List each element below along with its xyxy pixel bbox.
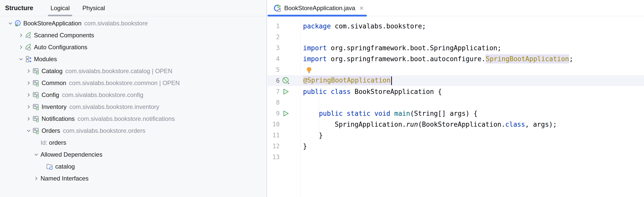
gutter-empty (282, 153, 294, 161)
chevron-right-icon[interactable] (17, 43, 25, 51)
tree-item-common[interactable]: Commoncom.sivalabs.bookstore.common | OP… (0, 77, 267, 89)
code-text[interactable]: public class BookStoreApplication { (303, 88, 442, 95)
code-line-10[interactable]: 10 SpringApplication.run(BookStoreApplic… (268, 119, 644, 130)
code-text[interactable]: } (303, 142, 307, 150)
tree-item-scanned-components[interactable]: Scanned Components (0, 29, 267, 41)
module-icon (32, 91, 40, 98)
text-caret (391, 76, 392, 85)
tree-item-orders[interactable]: Orderscom.sivalabs.bookstore.orders (0, 125, 267, 137)
tree-item-qualifier: com.sivalabs.bookstore (84, 20, 148, 27)
ide-window: Structure Logical Physical CBookStoreApp… (0, 0, 644, 197)
close-icon[interactable]: × (359, 4, 364, 12)
keyword-token: package (303, 22, 331, 30)
tree-item-label: Named Interfaces (41, 175, 88, 182)
module-icon (32, 79, 40, 87)
code-text[interactable]: import org.springframework.boot.autoconf… (303, 55, 573, 63)
tree-item-qualifier: com.sivalabs.bookstore.notifications (78, 115, 175, 122)
code-text[interactable]: import org.springframework.boot.SpringAp… (303, 44, 501, 52)
code-line-8[interactable]: 8 (268, 97, 644, 108)
chevron-right-icon[interactable] (25, 79, 32, 87)
chevron-right-icon[interactable] (25, 91, 32, 99)
tree-item-qualifier: com.sivalabs.bookstore.orders (63, 127, 145, 134)
code-text[interactable]: package com.sivalabs.bookstore; (303, 22, 426, 30)
code-text[interactable]: } (303, 132, 323, 139)
structure-tree: CBookStoreApplicationcom.sivalabs.bookst… (0, 16, 267, 184)
tree-item-catalog[interactable]: Catalogcom.sivalabs.bookstore.catalog | … (0, 65, 267, 77)
code-line-9[interactable]: 9 public static void main(String[] args)… (268, 108, 644, 119)
plain-token: (String[] args) { (410, 110, 478, 117)
run-icon[interactable] (282, 110, 294, 117)
modules-icon (25, 56, 32, 63)
tree-item-catalog[interactable]: catalog (0, 160, 267, 172)
code-text[interactable]: public static void main(String[] args) { (303, 110, 478, 117)
module-icon (32, 127, 40, 134)
chevron-down-icon[interactable] (7, 20, 14, 27)
editor-pane: BookStoreApplication.java × 1package com… (268, 0, 644, 197)
plain-token: org.springframework.boot.SpringApplicati… (327, 44, 501, 52)
tree-item-notifications[interactable]: Notificationscom.sivalabs.bookstore.noti… (0, 113, 267, 125)
code-text[interactable]: @SpringBootApplication (303, 76, 392, 85)
tree-item-allowed-dependencies[interactable]: Allowed Dependencies (0, 149, 267, 160)
module-icon (32, 103, 40, 110)
module-icon (32, 115, 40, 122)
chevron-down-icon[interactable] (17, 55, 25, 63)
plain-token: SpringApplication. (303, 121, 406, 128)
tab-physical[interactable]: Physical (79, 0, 108, 16)
tree-item-config[interactable]: Configcom.sivalabs.bookstore.config (0, 89, 267, 101)
keyword-token: void (374, 110, 390, 117)
tree-item-inventory[interactable]: Inventorycom.sivalabs.bookstore.inventor… (0, 101, 267, 113)
chevron-right-icon[interactable] (32, 175, 40, 182)
gutter-empty (282, 66, 294, 74)
spring-class-icon: C (14, 20, 21, 27)
intention-bulb-icon[interactable] (306, 67, 312, 73)
tree-item-label: Orders (42, 127, 60, 134)
code-line-2[interactable]: 2 (268, 31, 644, 42)
code-line-7[interactable]: 7public class BookStoreApplication { (268, 86, 644, 97)
tree-item-orders[interactable]: Id: orders (0, 137, 267, 149)
tab-logical[interactable]: Logical (47, 0, 73, 16)
tree-item-auto-configurations[interactable]: Auto Configurations (0, 41, 267, 53)
code-editor[interactable]: 1package com.sivalabs.bookstore;23import… (268, 16, 644, 197)
spring-bean-icon[interactable] (282, 77, 294, 85)
code-line-11[interactable]: 11 } (268, 130, 644, 141)
chevron-down-icon[interactable] (25, 127, 32, 135)
code-line-1[interactable]: 1package com.sivalabs.bookstore; (268, 21, 644, 31)
tree-item-label: Modules (34, 56, 57, 63)
keyword-token: class (505, 121, 525, 128)
gutter-empty (282, 44, 294, 52)
editor-tab-bookstoreapplication[interactable]: BookStoreApplication.java × (268, 0, 367, 16)
tree-item-label: Id: orders (41, 139, 66, 146)
code-text[interactable]: SpringApplication.run(BookStoreApplicati… (303, 121, 557, 128)
plain-token: ; (569, 55, 573, 63)
code-line-13[interactable]: 13 (268, 152, 644, 162)
run-icon[interactable] (282, 88, 294, 95)
keyword-token: class (331, 88, 351, 95)
method-name-token: main (394, 110, 410, 117)
chevron-right-icon[interactable] (25, 115, 32, 123)
code-line-12[interactable]: 12} (268, 141, 644, 152)
plain-token: BookStoreApplication { (351, 88, 442, 95)
chevron-right-icon[interactable] (25, 67, 32, 75)
chevron-right-icon[interactable] (17, 31, 25, 39)
keyword-token: import (303, 55, 327, 63)
plain-token: , args); (525, 121, 557, 128)
chevron-right-icon[interactable] (25, 103, 32, 111)
tree-item-named-interfaces[interactable]: Named Interfaces (0, 172, 267, 184)
tree-item-label: Auto Configurations (34, 44, 87, 51)
code-text[interactable] (303, 66, 312, 74)
tree-item-bookstoreapplication[interactable]: CBookStoreApplicationcom.sivalabs.bookst… (0, 17, 267, 29)
tree-item-label: Notifications (42, 115, 75, 122)
tab-physical-label: Physical (82, 5, 105, 12)
code-line-5[interactable]: 5 (268, 64, 644, 75)
line-number: 10 (268, 121, 280, 128)
line-number: 6 (268, 77, 280, 84)
line-number: 13 (268, 154, 280, 161)
code-line-4[interactable]: 4import org.springframework.boot.autocon… (268, 53, 644, 64)
keyword-token: import (303, 44, 327, 52)
scanned-components-icon (25, 32, 32, 39)
code-line-3[interactable]: 3import org.springframework.boot.SpringA… (268, 42, 644, 53)
chevron-down-icon[interactable] (32, 151, 40, 158)
static-method-call-token: run (406, 121, 418, 128)
tree-item-modules[interactable]: Modules (0, 53, 267, 65)
code-line-6[interactable]: 6@SpringBootApplication (268, 75, 644, 86)
